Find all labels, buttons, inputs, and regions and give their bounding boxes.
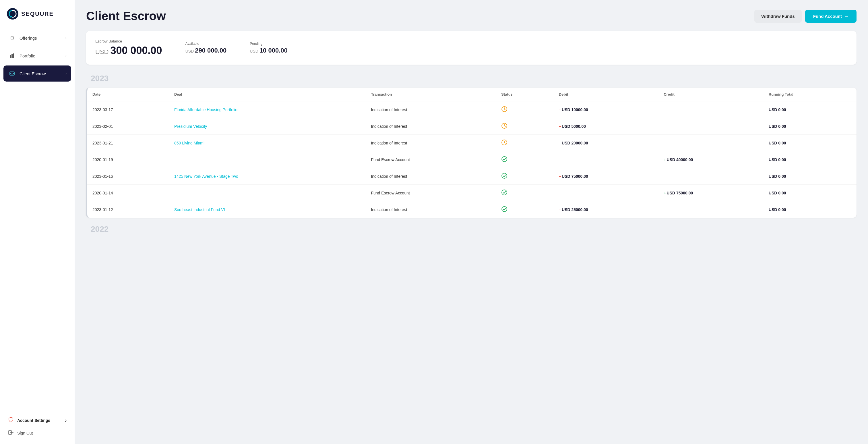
year-header-2023: 2023 bbox=[91, 74, 857, 83]
header-actions: Withdraw Funds Fund Account → bbox=[754, 10, 857, 23]
debit-minus-icon: − bbox=[559, 174, 561, 179]
table-row: 2023-01-21850 Living MiamiIndication of … bbox=[87, 135, 857, 151]
account-settings-label: Account Settings bbox=[17, 418, 50, 423]
row-1-credit bbox=[658, 118, 763, 135]
row-2-deal-link[interactable]: 850 Living Miami bbox=[174, 141, 205, 145]
row-0-deal[interactable]: Florida Affordable Housing Portfolio bbox=[169, 101, 366, 118]
col-header-transaction: Transaction bbox=[366, 88, 496, 101]
sidebar-item-client-escrow-label: Client Escrow bbox=[20, 71, 46, 76]
row-0-deal-link[interactable]: Florida Affordable Housing Portfolio bbox=[174, 108, 237, 112]
row-6-deal-link[interactable]: Southeast Industrial Fund VI bbox=[174, 207, 225, 212]
logo-area: SEQUURE bbox=[0, 0, 74, 28]
debit-minus-icon: − bbox=[559, 207, 561, 212]
row-6-deal[interactable]: Southeast Industrial Fund VI bbox=[169, 201, 366, 218]
row-1-deal-link[interactable]: Presidium Velocity bbox=[174, 124, 207, 129]
sidebar-nav: ⊞ Offerings › Portfolio › bbox=[0, 28, 74, 409]
row-6-date: 2023-01-12 bbox=[87, 201, 169, 218]
svg-point-13 bbox=[502, 190, 507, 195]
table-row: 2023-01-161425 New York Avenue - Stage T… bbox=[87, 168, 857, 185]
sign-out-item[interactable]: Sign Out bbox=[3, 427, 71, 439]
sidebar: SEQUURE ⊞ Offerings › Portfolio › bbox=[0, 0, 74, 444]
row-5-debit bbox=[554, 185, 658, 201]
row-4-deal[interactable]: 1425 New York Avenue - Stage Two bbox=[169, 168, 366, 185]
row-1-debit: −USD 5000.00 bbox=[554, 118, 658, 135]
offerings-icon: ⊞ bbox=[8, 34, 16, 42]
row-0-date: 2023-03-17 bbox=[87, 101, 169, 118]
balance-divider-1 bbox=[174, 39, 174, 57]
status-pending-icon bbox=[501, 106, 507, 112]
table-row: 2020-01-14Fund Escrow Account +USD 75000… bbox=[87, 185, 857, 201]
row-6-status bbox=[496, 201, 554, 218]
debit-minus-icon: − bbox=[559, 124, 561, 129]
row-3-running-total: USD 0.00 bbox=[764, 151, 857, 168]
fund-account-arrow-icon: → bbox=[844, 14, 848, 19]
escrow-balance-section: Escrow Balance USD300 000.00 bbox=[95, 39, 162, 57]
row-0-debit: −USD 10000.00 bbox=[554, 101, 658, 118]
col-header-deal: Deal bbox=[169, 88, 366, 101]
row-1-date: 2023-02-01 bbox=[87, 118, 169, 135]
row-5-deal bbox=[169, 185, 366, 201]
logo-text: SEQUURE bbox=[21, 11, 54, 17]
status-complete-icon bbox=[501, 173, 507, 179]
row-3-status bbox=[496, 151, 554, 168]
fund-account-button[interactable]: Fund Account → bbox=[805, 10, 857, 23]
row-5-credit: +USD 75000.00 bbox=[658, 185, 763, 201]
row-0-status bbox=[496, 101, 554, 118]
account-settings-item[interactable]: Account Settings › bbox=[3, 414, 71, 427]
col-header-status: Status bbox=[496, 88, 554, 101]
available-balance-section: Available USD290 000.00 bbox=[185, 42, 227, 54]
row-2-running-total: USD 0.00 bbox=[764, 135, 857, 151]
row-3-deal bbox=[169, 151, 366, 168]
debit-minus-icon: − bbox=[559, 108, 561, 112]
row-4-deal-link[interactable]: 1425 New York Avenue - Stage Two bbox=[174, 174, 238, 179]
main-header: Client Escrow Withdraw Funds Fund Accoun… bbox=[86, 9, 857, 23]
svg-rect-3 bbox=[11, 54, 12, 58]
row-3-date: 2020-01-19 bbox=[87, 151, 169, 168]
withdraw-funds-button[interactable]: Withdraw Funds bbox=[754, 10, 802, 23]
row-3-transaction: Fund Escrow Account bbox=[366, 151, 496, 168]
row-0-running-total: USD 0.00 bbox=[764, 101, 857, 118]
row-1-running-total: USD 0.00 bbox=[764, 118, 857, 135]
year-header-2022: 2022 bbox=[91, 225, 857, 234]
sidebar-item-offerings[interactable]: ⊞ Offerings › bbox=[3, 30, 71, 46]
pending-balance-label: Pending bbox=[250, 42, 287, 46]
page-title: Client Escrow bbox=[86, 9, 166, 23]
row-4-status bbox=[496, 168, 554, 185]
row-4-credit bbox=[658, 168, 763, 185]
row-1-deal[interactable]: Presidium Velocity bbox=[169, 118, 366, 135]
available-balance-label: Available bbox=[185, 42, 227, 46]
row-0-credit bbox=[658, 101, 763, 118]
sign-out-label: Sign Out bbox=[17, 431, 33, 435]
row-2-debit: −USD 20000.00 bbox=[554, 135, 658, 151]
balance-card: Escrow Balance USD300 000.00 Available U… bbox=[86, 31, 857, 65]
sidebar-item-portfolio-label: Portfolio bbox=[20, 53, 35, 58]
pending-balance-section: Pending USD10 000.00 bbox=[250, 42, 287, 54]
row-2-transaction: Indication of Interest bbox=[366, 135, 496, 151]
svg-point-12 bbox=[502, 173, 507, 178]
table-row: 2023-02-01Presidium VelocityIndication o… bbox=[87, 118, 857, 135]
row-4-date: 2023-01-16 bbox=[87, 168, 169, 185]
sidebar-item-portfolio[interactable]: Portfolio › bbox=[3, 48, 71, 64]
row-2-date: 2023-01-21 bbox=[87, 135, 169, 151]
credit-plus-icon: + bbox=[663, 191, 666, 195]
status-complete-icon bbox=[501, 206, 507, 212]
pending-balance-currency: USD bbox=[250, 49, 258, 53]
sidebar-item-offerings-label: Offerings bbox=[20, 36, 37, 40]
transactions-container: 2023DateDealTransactionStatusDebitCredit… bbox=[86, 74, 857, 234]
available-balance-currency: USD bbox=[185, 49, 194, 53]
fund-account-label: Fund Account bbox=[813, 14, 842, 19]
status-pending-icon bbox=[501, 139, 507, 146]
svg-point-1 bbox=[10, 16, 12, 18]
account-settings-chevron: › bbox=[65, 418, 67, 423]
svg-rect-4 bbox=[13, 53, 14, 58]
pending-balance-amount: USD10 000.00 bbox=[250, 47, 287, 54]
row-4-running-total: USD 0.00 bbox=[764, 168, 857, 185]
row-2-deal[interactable]: 850 Living Miami bbox=[169, 135, 366, 151]
row-5-status bbox=[496, 185, 554, 201]
row-1-transaction: Indication of Interest bbox=[366, 118, 496, 135]
escrow-balance-label: Escrow Balance bbox=[95, 39, 162, 43]
main-content: Client Escrow Withdraw Funds Fund Accoun… bbox=[74, 0, 868, 444]
svg-point-14 bbox=[502, 206, 507, 212]
sidebar-item-client-escrow[interactable]: Client Escrow › bbox=[3, 65, 71, 82]
row-6-credit bbox=[658, 201, 763, 218]
